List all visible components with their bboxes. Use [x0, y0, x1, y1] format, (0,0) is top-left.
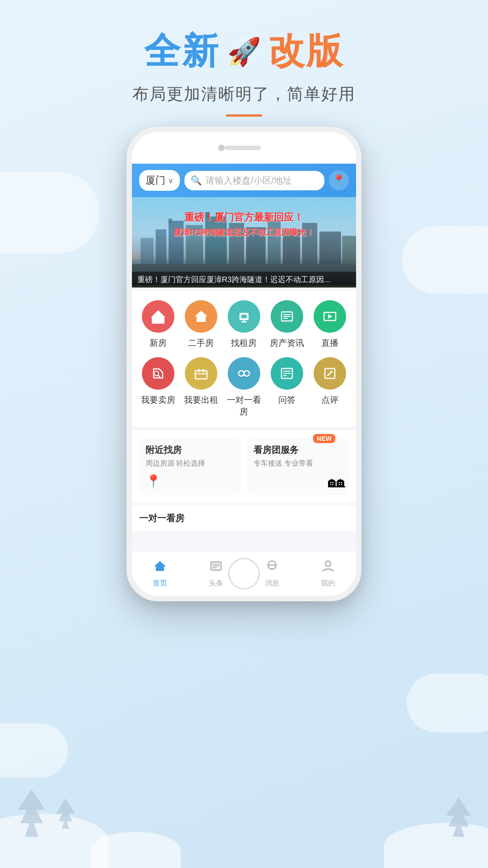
city-name: 厦门 [145, 174, 165, 187]
svg-rect-43 [202, 369, 204, 373]
banner-sub: 厦漳R3跨海隧道迟迟不动工原因曝光！ [132, 227, 356, 238]
menu-item-review[interactable]: 点评 [310, 357, 350, 418]
menu-item-rent[interactable]: 找租房 [224, 300, 264, 349]
svg-point-39 [154, 371, 159, 376]
phone-notch [132, 132, 356, 164]
group-tour-card[interactable]: NEW 看房团服务 专车接送 专业带看 🏘 [247, 438, 349, 495]
search-placeholder: 请输入楼盘/小区/地址 [206, 175, 292, 187]
menu-item-new-house[interactable]: 新房 [138, 300, 178, 349]
nav-item-profile[interactable]: 我的 [300, 559, 356, 588]
bg-cloud-right [402, 226, 488, 294]
svg-rect-25 [161, 318, 163, 320]
lease-icon [185, 357, 217, 390]
phone-outer: 厦门 ∨ 🔍 请输入楼盘/小区/地址 📍 [127, 127, 361, 601]
top-underline [226, 114, 262, 117]
review-icon [314, 357, 346, 390]
live-icon [314, 300, 346, 333]
svg-point-68 [325, 561, 331, 566]
sell-icon [142, 357, 174, 390]
menu-item-news[interactable]: 房产资讯 [267, 300, 307, 349]
svg-rect-42 [198, 369, 200, 373]
menu-label-live: 直播 [321, 337, 338, 349]
nav-headlines-label: 头条 [209, 579, 223, 588]
menu-label-news: 房产资讯 [270, 337, 304, 349]
svg-marker-2 [56, 798, 75, 829]
city-selector[interactable]: 厦门 ∨ [139, 170, 180, 191]
menu-row-1: 新房 二手房 [136, 300, 352, 349]
speaker [225, 146, 261, 150]
menu-item-qa[interactable]: 问答 [267, 357, 307, 418]
tree-left [14, 785, 50, 841]
svg-marker-38 [328, 314, 333, 319]
bottom-cards-section: 附近找房 周边房源 轻松选择 📍 NEW 看房团服务 专车接送 专业带看 🏘 [132, 430, 356, 502]
menu-label-onetone: 一对一看房 [224, 394, 264, 418]
svg-rect-24 [154, 318, 155, 320]
menu-row-2: 我要卖房 [136, 357, 352, 418]
cards-row: 附近找房 周边房源 轻松选择 📍 NEW 看房团服务 专车接送 专业带看 🏘 [139, 438, 349, 495]
phone-screen: 厦门 ∨ 🔍 请输入楼盘/小区/地址 📍 [132, 132, 356, 596]
menu-item-second-house[interactable]: 二手房 [181, 300, 221, 349]
menu-label-rent: 找租房 [231, 337, 257, 349]
top-title-row: 全新 🚀 改版 [0, 27, 488, 76]
svg-rect-30 [241, 315, 247, 318]
new-badge: NEW [313, 434, 335, 443]
menu-label-sell: 我要卖房 [141, 394, 175, 406]
nearby-card-subtitle: 周边房源 轻松选择 [145, 459, 235, 468]
menu-label-second-house: 二手房 [188, 337, 214, 349]
svg-marker-22 [151, 310, 165, 317]
svg-rect-46 [202, 375, 204, 377]
svg-marker-1 [446, 797, 471, 837]
bg-cloud-left [0, 172, 99, 253]
svg-point-66 [271, 564, 273, 566]
group-card-title: 看房团服务 [253, 444, 343, 456]
nav-profile-label: 我的 [321, 579, 335, 588]
nav-home-label: 首页 [153, 579, 167, 588]
bg-cloud-bottom-right [407, 674, 488, 732]
menu-label-review: 点评 [321, 394, 338, 406]
banner-text: 重磅！厦门官方最新回应！ 厦漳R3跨海隧道迟迟不动工原因曝光！ [132, 211, 356, 238]
search-bar[interactable]: 🔍 请输入楼盘/小区/地址 [184, 171, 324, 190]
app-header: 厦门 ∨ 🔍 请输入楼盘/小区/地址 📍 [132, 164, 356, 197]
banner-section[interactable]: 重磅！厦门官方最新回应！ 厦漳R3跨海隧道迟迟不动工原因曝光！ 重磅！厦门官方回… [132, 197, 356, 288]
building-illustration: 🏘 [328, 472, 345, 491]
nearby-card[interactable]: 附近找房 周边房源 轻松选择 📍 [139, 438, 241, 495]
menu-item-lease[interactable]: 我要出租 [181, 357, 221, 418]
menu-item-onetone[interactable]: 一对一看房 [224, 357, 264, 418]
svg-line-40 [158, 375, 160, 377]
location-button[interactable]: 📍 [329, 170, 349, 190]
menu-item-sell[interactable]: 我要卖房 [138, 357, 178, 418]
nav-item-home[interactable]: 首页 [132, 559, 188, 588]
snow-hill-center [90, 832, 181, 868]
phone-device: 厦门 ∨ 🔍 请输入楼盘/小区/地址 📍 [127, 127, 361, 601]
banner-caption: 重磅！厦门官方回应厦漳R3跨海隧道！迟迟不动工原因... [132, 272, 356, 288]
location-icon: 📍 [332, 174, 346, 187]
new-house-icon [142, 300, 174, 333]
rocket-icon: 🚀 [227, 36, 261, 68]
tree-right [443, 794, 474, 841]
single-card-section: 一对一看房 [132, 506, 356, 531]
svg-marker-0 [18, 789, 45, 837]
news-icon [271, 300, 303, 333]
nav-headlines-icon [209, 559, 223, 576]
qa-icon [271, 357, 303, 390]
nearby-card-title: 附近找房 [145, 444, 235, 456]
menu-item-live[interactable]: 直播 [310, 300, 350, 349]
group-card-subtitle: 专车接送 专业带看 [253, 459, 343, 468]
nav-messages-icon [265, 559, 279, 576]
nav-home-icon [153, 559, 167, 576]
search-icon: 🔍 [191, 175, 202, 186]
nav-messages-label: 消息 [265, 579, 279, 588]
single-card-title: 一对一看房 [139, 512, 349, 524]
city-dropdown-icon: ∨ [168, 176, 174, 185]
menu-label-qa: 问答 [278, 394, 296, 406]
svg-rect-45 [198, 375, 200, 377]
svg-point-57 [327, 374, 329, 376]
svg-rect-23 [156, 318, 160, 324]
home-button[interactable] [228, 558, 260, 590]
title-right: 改版 [268, 27, 344, 76]
title-left: 全新 [144, 27, 220, 76]
map-pin-icon: 📍 [145, 474, 161, 488]
onetone-icon [228, 357, 260, 390]
menu-section: 新房 二手房 [132, 291, 356, 427]
camera-dot [218, 145, 225, 151]
